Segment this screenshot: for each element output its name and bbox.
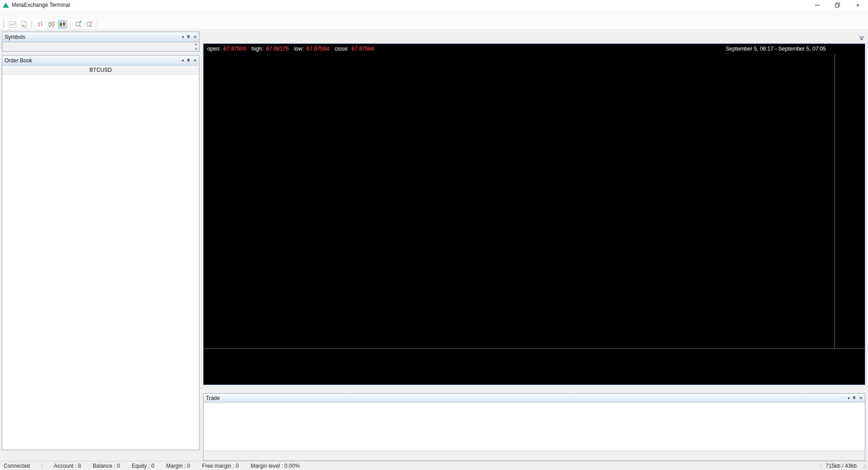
menubar [0, 10, 868, 19]
zoom-out-icon[interactable] [85, 20, 94, 28]
window-title: MetaExchange Terminal [12, 2, 70, 8]
chart-plot-row [204, 54, 865, 348]
candlestick-filled-type-icon[interactable] [58, 20, 67, 28]
close-icon[interactable]: × [193, 35, 197, 39]
panel-menu-icon[interactable]: ▾ [182, 58, 184, 63]
scroll-down-icon[interactable]: ▼ [194, 47, 198, 51]
zoom-in-icon[interactable] [74, 20, 83, 28]
profile-page-icon[interactable] [19, 20, 28, 28]
chart-minimap[interactable] [204, 366, 835, 381]
trade-panel-header: Trade ▾ × [204, 394, 865, 403]
toolbar-separator [70, 21, 71, 28]
panel-menu-icon[interactable]: ▾ [848, 396, 850, 400]
price-axis[interactable] [835, 54, 865, 348]
ohlc-high-value: 67.98175 [266, 46, 289, 52]
ohlc-low-value: 67.97584 [307, 46, 329, 52]
time-axis[interactable] [204, 348, 865, 360]
chart-tabbar [203, 33, 865, 43]
ohlc-low-label: low: [294, 46, 304, 52]
orderbook-panel: Order Book ▾ × BTCUSD [2, 55, 199, 450]
ohlc-close-label: close: [335, 46, 349, 52]
pin-icon[interactable] [186, 58, 190, 63]
chart-list-dropdown-icon[interactable] [859, 35, 864, 43]
right-column: open: 67.97900 high: 67.98175 low: 67.97… [201, 30, 868, 461]
chart-window: open: 67.97900 high: 67.98175 low: 67.97… [203, 43, 865, 385]
panel-menu-icon[interactable]: ▾ [182, 35, 184, 39]
ohlc-high-label: high: [251, 46, 263, 52]
trade-empty-area [204, 403, 865, 451]
toolbar-separator [97, 21, 97, 28]
chart-date-range: September 5, 06:17 - September 5, 07:05 [726, 46, 861, 52]
equity-status: Equity : 0 [132, 463, 154, 469]
symbols-panel-title: Symbols [5, 34, 25, 40]
window-controls: × [807, 0, 868, 10]
pin-icon[interactable] [186, 35, 190, 39]
margin-status: Margin : 0 [166, 463, 190, 469]
line-chart-icon[interactable] [8, 20, 17, 28]
pin-icon[interactable] [852, 396, 856, 400]
free-margin-status: Free margin : 0 [202, 463, 239, 469]
orderbook-symbol: BTCUSD [2, 66, 199, 75]
restore-button[interactable] [827, 0, 848, 10]
ohlc-open-value: 67.97900 [223, 46, 246, 52]
statusbar-separator [821, 463, 821, 469]
ohlc-open-label: open: [207, 46, 221, 52]
symbols-panel-header: Symbols ▾ × [2, 32, 199, 42]
orderbook-panel-header: Order Book ▾ × [2, 56, 199, 66]
symbols-panel: Symbols ▾ × ▲ ▼ [2, 32, 199, 52]
ohlc-bar: open: 67.97900 high: 67.98175 low: 67.97… [204, 44, 865, 54]
orderbook-panel-title: Order Book [5, 57, 32, 64]
statusbar: Connected Account : 8 Balance : 0 Equity… [0, 461, 868, 470]
trade-panel-tabs [204, 451, 865, 461]
trade-panel: Trade ▾ × [203, 393, 865, 461]
bar-chart-type-icon[interactable] [36, 20, 45, 28]
balance-status: Balance : 0 [93, 463, 120, 469]
app-logo-icon [3, 3, 9, 8]
close-icon[interactable]: × [193, 58, 197, 63]
app-window: MetaExchange Terminal × [0, 0, 868, 470]
close-icon[interactable]: × [859, 396, 863, 400]
minimize-button[interactable] [807, 0, 827, 10]
account-status: Account : 8 [54, 463, 81, 469]
trade-panel-title: Trade [206, 395, 220, 401]
toolbar [0, 19, 868, 30]
left-column: Symbols ▾ × ▲ ▼ [0, 30, 201, 461]
toolbar-grip[interactable] [3, 21, 5, 28]
scroll-up-icon[interactable]: ▲ [194, 42, 198, 46]
close-button[interactable]: × [848, 0, 868, 10]
symbols-panel-tabs [2, 42, 199, 51]
resize-grip[interactable] [861, 463, 867, 469]
chart-plot[interactable] [204, 54, 835, 348]
connection-status: Connected [4, 463, 30, 469]
orderbook-empty-area [2, 75, 199, 450]
toolbar-grip[interactable] [31, 21, 33, 28]
statusbar-separator [42, 463, 42, 469]
main-area: Symbols ▾ × ▲ ▼ [0, 30, 868, 461]
margin-level-status: Margin level : 0.00% [251, 463, 300, 469]
candlestick-outline-type-icon[interactable] [47, 20, 56, 28]
traffic-status: 715kb / 43kb [825, 463, 857, 469]
titlebar: MetaExchange Terminal × [0, 0, 868, 10]
left-panel-tabs [2, 450, 199, 461]
restore-icon [835, 3, 840, 8]
ohlc-close-value: 67.97584 [351, 46, 374, 52]
